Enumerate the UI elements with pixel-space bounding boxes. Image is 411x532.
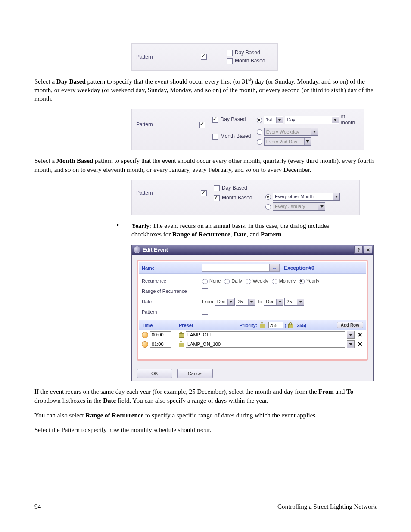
ok-button[interactable]: OK [137,369,172,378]
name-field[interactable]: ... [202,264,280,272]
para-pattern: Select the Pattern to specify how the mo… [34,426,377,434]
radio-icon [257,139,262,145]
help-button[interactable]: ? [354,246,363,254]
month-name-select[interactable]: Every January [273,202,325,211]
rec-weekly[interactable]: Weekly [246,278,268,284]
radio-icon [257,129,262,135]
recurrence-row: Recurrence None Daily Weekly Monthly Yea… [142,276,363,286]
time-input[interactable] [150,331,171,338]
delete-row-button[interactable]: ✕ [357,341,363,347]
pattern-checkbox[interactable] [202,309,208,315]
preset-input[interactable] [186,341,345,348]
dialog-footer: OK Cancel [132,366,373,381]
time-section-header: Time Preset Priority: ( 255) Add Row [139,320,366,330]
date-row: Date From Dec 25 To Dec 25 [142,297,363,306]
pattern-row: Pattern [142,307,363,317]
lock-icon [178,341,184,347]
browse-button[interactable]: ... [269,264,280,271]
app-icon [134,246,140,253]
month-based-option[interactable]: Month Based [214,195,265,201]
pattern-panel-month-based: Pattern Day Based Month Based Every othe… [131,180,360,215]
name-section-header: Name ... Exception#0 [139,262,366,274]
time-row: ✕ [139,330,366,339]
cancel-button[interactable]: Cancel [177,369,213,378]
day-based-option[interactable]: Day Based [214,185,265,191]
pattern-panel-simple: Pattern Day Based Month Based [131,43,278,71]
page-footer: 94 Controlling a Street Lighting Network [34,503,377,510]
day-based-option[interactable]: Day Based [227,50,265,56]
pattern-panel-day-based: Pattern Day Based Month Based 1st Day of… [131,109,364,150]
name-value: Exception#0 [284,265,314,271]
nth-day-option[interactable]: 1st Day of month [257,114,359,126]
radio-icon [265,194,271,200]
month-freq-select[interactable]: Every other Month [273,193,340,201]
para-month-based: Select a Month Based pattern to specify … [34,156,377,174]
every-other-month-option[interactable]: Every other Month [265,193,340,201]
rec-daily[interactable]: Daily [224,278,242,284]
month-based-option[interactable]: Month Based [212,133,257,140]
pattern-label: Pattern [136,114,199,128]
delete-row-button[interactable]: ✕ [357,332,363,338]
pattern-enable-checkbox[interactable] [201,190,207,196]
pattern-label: Pattern [136,54,201,60]
lock-icon [178,332,184,338]
range-row: Range of Recurrence [142,286,363,296]
day-based-option[interactable]: Day Based [212,116,257,123]
pattern-label: Pattern [136,185,201,196]
every-nth-day-option[interactable]: Every 2nd Day [257,137,359,146]
para-same-day: If the event recurs on the same day each… [34,387,377,405]
month-based-option[interactable]: Month Based [227,58,265,64]
nth-select[interactable]: 1st [264,116,283,124]
para-range-rec: You can also select Range of Recurrence … [34,411,377,420]
add-row-button[interactable]: Add Row [337,322,363,328]
time-row: ✕ [139,339,366,349]
from-day-select[interactable]: 25 [236,298,255,306]
preset-dropdown[interactable] [347,331,355,339]
titlebar: Edit Event ? ✕ [132,245,373,255]
preset-dropdown[interactable] [347,340,355,348]
dialog-title: Edit Event [143,247,168,253]
day-select[interactable]: Day [285,116,339,124]
to-day-select[interactable]: 25 [284,298,304,306]
clock-icon [142,332,148,338]
time-input[interactable] [150,341,171,348]
every-january-option[interactable]: Every January [265,202,340,211]
bullet-yearly: • Yearly: The event recurs on an annual … [116,221,377,239]
rec-yearly[interactable]: Yearly [299,278,319,284]
footer-title: Controlling a Street Lighting Network [60,503,377,510]
preset-input[interactable] [186,331,345,338]
lock-icon [288,322,293,328]
lock-icon [259,322,265,328]
every-weekday-select[interactable]: Every Weekday [264,128,318,136]
every-nth-day-select[interactable]: Every 2nd Day [264,137,311,146]
radio-icon [265,204,271,210]
range-checkbox[interactable] [202,288,208,294]
to-month-select[interactable]: Dec [264,298,283,306]
pattern-enable-checkbox[interactable] [201,54,207,60]
close-button[interactable]: ✕ [364,246,372,254]
from-month-select[interactable]: Dec [215,298,235,306]
radio-icon [257,118,262,123]
every-weekday-option[interactable]: Every Weekday [257,128,359,136]
pattern-enable-checkbox[interactable] [199,122,206,128]
rec-monthly[interactable]: Monthly [272,278,296,284]
edit-event-dialog: Edit Event ? ✕ Name ... Exception#0 Recu… [131,245,374,381]
rec-none[interactable]: None [202,278,221,284]
clock-icon [142,341,148,348]
para-day-based: Select a Day Based pattern to specify th… [34,77,377,103]
page-number: 94 [34,503,60,510]
priority-input[interactable] [268,322,283,328]
